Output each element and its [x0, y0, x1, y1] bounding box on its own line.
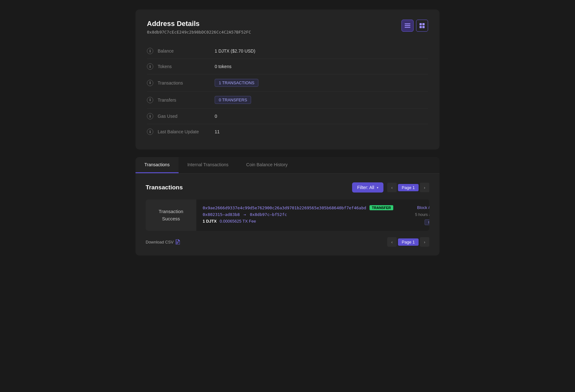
chevron-down-icon: ▾ [377, 186, 378, 189]
tabs-card: Transactions Internal Transactions Coin … [136, 157, 439, 256]
arrow-right-icon: → [243, 212, 249, 217]
filter-button[interactable]: Filter: All ▾ [352, 182, 383, 193]
transaction-status-text: TransactionSuccess [159, 208, 183, 222]
svg-rect-0 [405, 23, 410, 24]
download-csv-button[interactable]: Download CSV [146, 239, 180, 244]
pagination-top: ‹ Page 1 › [387, 183, 429, 192]
balance-row: ℹ Balance 1 DJTX ($2.70 USD) [147, 43, 428, 59]
prev-page-button-top[interactable]: ‹ [387, 183, 397, 192]
tx-direction-badge: IN [425, 219, 429, 225]
section-footer: Download CSV ‹ Page 1 › [146, 237, 429, 247]
transactions-row: ℹ Transactions 1 TRANSACTIONS [147, 74, 428, 92]
page-indicator-bottom: Page 1 [398, 238, 419, 246]
transaction-details: 0x9ae2666d9337e4c99d5e762900c26a3d9701b2… [203, 199, 393, 231]
tx-amount-value: 1 DJTX [203, 219, 217, 224]
balance-label: Balance [158, 48, 215, 54]
tx-to[interactable]: 0x8db97c–bf52fc [250, 212, 287, 217]
transfers-label: Transfers [158, 98, 215, 103]
gas-used-value: 0 [215, 114, 217, 119]
last-balance-row: ℹ Last Balance Update 11 [147, 124, 428, 139]
transactions-section: Transactions Filter: All ▾ ‹ Page 1 › [136, 174, 439, 256]
transactions-value: 1 TRANSACTIONS [215, 79, 258, 87]
filter-label: Filter: All [357, 185, 374, 190]
tokens-row: ℹ Tokens 0 tokens [147, 59, 428, 74]
tx-block[interactable]: Block #11 [417, 205, 429, 210]
svg-rect-2 [405, 27, 410, 28]
grid-view-button[interactable] [416, 20, 428, 32]
tab-transactions[interactable]: Transactions [136, 157, 179, 173]
tx-hash[interactable]: 0x9ae2666d9337e4c99d5e762900c26a3d9701b2… [203, 205, 366, 210]
gas-used-label: Gas Used [158, 114, 215, 119]
svg-rect-3 [420, 23, 422, 25]
transactions-info-icon: ℹ [147, 80, 153, 86]
transactions-section-title: Transactions [146, 184, 183, 191]
next-page-button-top[interactable]: › [420, 183, 429, 192]
page-indicator-top: Page 1 [398, 184, 419, 191]
transactions-badge[interactable]: 1 TRANSACTIONS [215, 79, 258, 87]
header-actions [401, 20, 428, 32]
prev-page-button-bottom[interactable]: ‹ [387, 237, 397, 247]
gas-used-row: ℹ Gas Used 0 [147, 109, 428, 124]
svg-rect-6 [422, 26, 425, 28]
address-details-card: Address Details 0x8db97C7cEcE249c2b98bDC… [136, 9, 439, 149]
transfers-row: ℹ Transfers 0 TRANSFERS [147, 92, 428, 109]
tx-addresses: 0x802315–ad83b8 → 0x8db97c–bf52fc [203, 212, 393, 217]
tab-internal-transactions[interactable]: Internal Transactions [179, 157, 237, 173]
address-hash: 0x8db97C7cEcE249c2b98bDC0226Cc4C2A57BF52… [147, 30, 251, 35]
section-controls: Filter: All ▾ ‹ Page 1 › [352, 182, 429, 193]
last-balance-value: 11 [215, 129, 220, 134]
list-view-button[interactable] [401, 20, 414, 32]
transfers-value: 0 TRANSFERS [215, 96, 251, 104]
section-header: Transactions Filter: All ▾ ‹ Page 1 › [146, 182, 429, 193]
balance-value: 1 DJTX ($2.70 USD) [215, 48, 255, 54]
tx-type-badge: TRANSFER [370, 205, 394, 210]
page-title: Address Details [147, 20, 251, 28]
svg-rect-4 [422, 23, 425, 25]
tx-meta: Block #11 5 hours ago IN [400, 199, 429, 231]
tx-hash-row: 0x9ae2666d9337e4c99d5e762900c26a3d9701b2… [203, 205, 393, 210]
page-wrapper: Address Details 0x8db97C7cEcE249c2b98bDC… [136, 9, 439, 256]
tokens-label: Tokens [158, 64, 215, 69]
transaction-item: TransactionSuccess 0x9ae2666d9337e4c99d5… [146, 199, 429, 231]
csv-file-icon [175, 239, 180, 244]
transaction-status: TransactionSuccess [146, 199, 196, 231]
tx-from[interactable]: 0x802315–ad83b8 [203, 212, 240, 217]
svg-rect-1 [405, 25, 410, 26]
transactions-label: Transactions [158, 80, 215, 85]
tx-fee: 0.00065625 TX Fee [220, 219, 256, 224]
gas-used-info-icon: ℹ [147, 113, 153, 119]
tokens-value: 0 tokens [215, 64, 231, 69]
tokens-info-icon: ℹ [147, 63, 153, 70]
pagination-bottom: ‹ Page 1 › [387, 237, 429, 247]
last-balance-label: Last Balance Update [158, 129, 215, 134]
tab-coin-balance-history[interactable]: Coin Balance History [237, 157, 297, 173]
tx-time: 5 hours ago [415, 212, 429, 217]
last-balance-info-icon: ℹ [147, 129, 153, 135]
download-csv-label: Download CSV [146, 240, 174, 244]
tabs-bar: Transactions Internal Transactions Coin … [136, 157, 439, 174]
tx-amount-row: 1 DJTX 0.00065625 TX Fee [203, 219, 393, 224]
next-page-button-bottom[interactable]: › [420, 237, 429, 247]
transfers-badge[interactable]: 0 TRANSFERS [215, 96, 251, 104]
transfers-info-icon: ℹ [147, 97, 153, 103]
balance-info-icon: ℹ [147, 48, 153, 54]
svg-rect-5 [420, 26, 422, 28]
